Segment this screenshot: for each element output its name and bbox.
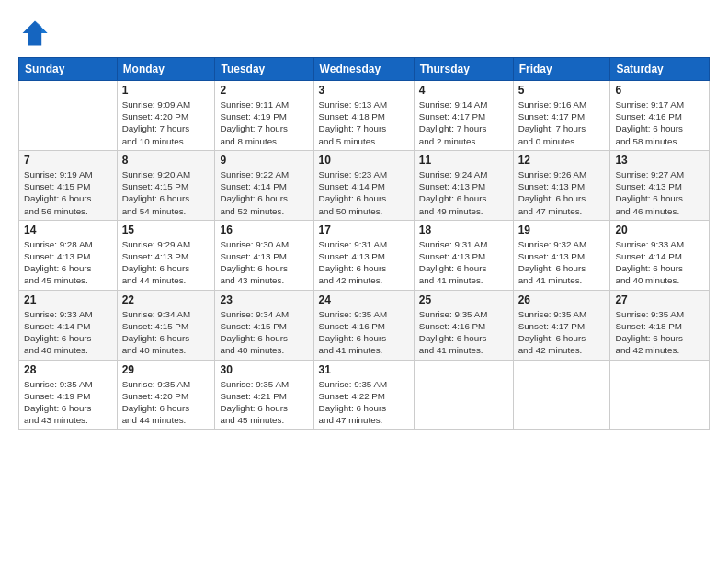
- calendar-cell: 14Sunrise: 9:28 AM Sunset: 4:13 PM Dayli…: [19, 220, 118, 290]
- calendar-cell: 12Sunrise: 9:26 AM Sunset: 4:13 PM Dayli…: [513, 150, 610, 220]
- day-info: Sunrise: 9:35 AM Sunset: 4:18 PM Dayligh…: [615, 308, 704, 357]
- week-row-5: 28Sunrise: 9:35 AM Sunset: 4:19 PM Dayli…: [19, 360, 710, 430]
- day-info: Sunrise: 9:23 AM Sunset: 4:14 PM Dayligh…: [319, 168, 409, 217]
- day-info: Sunrise: 9:31 AM Sunset: 4:13 PM Dayligh…: [419, 238, 508, 287]
- day-info: Sunrise: 9:30 AM Sunset: 4:13 PM Dayligh…: [220, 238, 308, 287]
- weekday-header-row: SundayMondayTuesdayWednesdayThursdayFrid…: [19, 58, 710, 81]
- day-number: 9: [220, 154, 308, 167]
- calendar-cell: 7Sunrise: 9:19 AM Sunset: 4:15 PM Daylig…: [19, 150, 118, 220]
- day-number: 2: [220, 84, 308, 97]
- day-info: Sunrise: 9:16 AM Sunset: 4:17 PM Dayligh…: [518, 98, 606, 147]
- week-row-3: 14Sunrise: 9:28 AM Sunset: 4:13 PM Dayli…: [19, 220, 710, 290]
- day-info: Sunrise: 9:26 AM Sunset: 4:13 PM Dayligh…: [518, 168, 606, 217]
- day-number: 1: [122, 84, 210, 97]
- calendar-cell: 4Sunrise: 9:14 AM Sunset: 4:17 PM Daylig…: [414, 81, 513, 151]
- day-number: 25: [419, 293, 508, 306]
- day-number: 21: [24, 293, 112, 306]
- day-info: Sunrise: 9:35 AM Sunset: 4:21 PM Dayligh…: [220, 378, 308, 427]
- day-info: Sunrise: 9:27 AM Sunset: 4:13 PM Dayligh…: [615, 168, 704, 217]
- calendar-cell: 22Sunrise: 9:34 AM Sunset: 4:15 PM Dayli…: [117, 290, 215, 360]
- generalblue-logo-icon: [18, 17, 51, 50]
- calendar-cell: 28Sunrise: 9:35 AM Sunset: 4:19 PM Dayli…: [19, 360, 118, 430]
- calendar-cell: 15Sunrise: 9:29 AM Sunset: 4:13 PM Dayli…: [117, 220, 215, 290]
- day-info: Sunrise: 9:32 AM Sunset: 4:13 PM Dayligh…: [518, 238, 606, 287]
- day-number: 29: [122, 363, 210, 376]
- day-info: Sunrise: 9:17 AM Sunset: 4:16 PM Dayligh…: [615, 98, 704, 147]
- day-info: Sunrise: 9:35 AM Sunset: 4:16 PM Dayligh…: [319, 308, 409, 357]
- week-row-4: 21Sunrise: 9:33 AM Sunset: 4:14 PM Dayli…: [19, 290, 710, 360]
- day-info: Sunrise: 9:20 AM Sunset: 4:15 PM Dayligh…: [122, 168, 210, 217]
- day-info: Sunrise: 9:09 AM Sunset: 4:20 PM Dayligh…: [122, 98, 210, 147]
- day-number: 23: [220, 293, 308, 306]
- day-number: 31: [319, 363, 409, 376]
- day-info: Sunrise: 9:28 AM Sunset: 4:13 PM Dayligh…: [24, 238, 112, 287]
- calendar-cell: 17Sunrise: 9:31 AM Sunset: 4:13 PM Dayli…: [313, 220, 414, 290]
- day-number: 16: [220, 224, 308, 236]
- weekday-header-tuesday: Tuesday: [215, 58, 313, 81]
- weekday-header-monday: Monday: [117, 58, 215, 81]
- calendar-cell: 16Sunrise: 9:30 AM Sunset: 4:13 PM Dayli…: [215, 220, 313, 290]
- calendar-cell: 29Sunrise: 9:35 AM Sunset: 4:20 PM Dayli…: [117, 360, 215, 430]
- calendar-cell: [414, 360, 513, 430]
- calendar-cell: 27Sunrise: 9:35 AM Sunset: 4:18 PM Dayli…: [610, 290, 710, 360]
- calendar-cell: 5Sunrise: 9:16 AM Sunset: 4:17 PM Daylig…: [513, 81, 610, 151]
- calendar-table: SundayMondayTuesdayWednesdayThursdayFrid…: [18, 57, 710, 430]
- calendar-cell: 1Sunrise: 9:09 AM Sunset: 4:20 PM Daylig…: [117, 81, 215, 151]
- day-info: Sunrise: 9:14 AM Sunset: 4:17 PM Dayligh…: [419, 98, 508, 147]
- day-info: Sunrise: 9:35 AM Sunset: 4:19 PM Dayligh…: [24, 378, 112, 427]
- calendar-cell: 6Sunrise: 9:17 AM Sunset: 4:16 PM Daylig…: [610, 81, 710, 151]
- day-number: 24: [319, 293, 409, 306]
- day-info: Sunrise: 9:34 AM Sunset: 4:15 PM Dayligh…: [122, 308, 210, 357]
- calendar-cell: 13Sunrise: 9:27 AM Sunset: 4:13 PM Dayli…: [610, 150, 710, 220]
- calendar-cell: 3Sunrise: 9:13 AM Sunset: 4:18 PM Daylig…: [313, 81, 414, 151]
- calendar-cell: 8Sunrise: 9:20 AM Sunset: 4:15 PM Daylig…: [117, 150, 215, 220]
- day-number: 30: [220, 363, 308, 376]
- calendar-cell: 21Sunrise: 9:33 AM Sunset: 4:14 PM Dayli…: [19, 290, 118, 360]
- day-number: 11: [419, 154, 508, 167]
- calendar-cell: 19Sunrise: 9:32 AM Sunset: 4:13 PM Dayli…: [513, 220, 610, 290]
- day-info: Sunrise: 9:35 AM Sunset: 4:20 PM Dayligh…: [122, 378, 210, 427]
- day-number: 26: [518, 293, 606, 306]
- week-row-2: 7Sunrise: 9:19 AM Sunset: 4:15 PM Daylig…: [19, 150, 710, 220]
- calendar-cell: 9Sunrise: 9:22 AM Sunset: 4:14 PM Daylig…: [215, 150, 313, 220]
- day-info: Sunrise: 9:33 AM Sunset: 4:14 PM Dayligh…: [24, 308, 112, 357]
- weekday-header-wednesday: Wednesday: [313, 58, 414, 81]
- day-number: 14: [24, 224, 112, 236]
- day-number: 10: [319, 154, 409, 167]
- day-info: Sunrise: 9:35 AM Sunset: 4:16 PM Dayligh…: [419, 308, 508, 357]
- day-number: 20: [615, 224, 704, 236]
- day-number: 5: [518, 84, 606, 97]
- calendar-cell: [610, 360, 710, 430]
- day-number: 18: [419, 224, 508, 236]
- calendar-cell: 11Sunrise: 9:24 AM Sunset: 4:13 PM Dayli…: [414, 150, 513, 220]
- calendar-cell: 31Sunrise: 9:35 AM Sunset: 4:22 PM Dayli…: [313, 360, 414, 430]
- weekday-header-thursday: Thursday: [414, 58, 513, 81]
- calendar-cell: 23Sunrise: 9:34 AM Sunset: 4:15 PM Dayli…: [215, 290, 313, 360]
- day-info: Sunrise: 9:31 AM Sunset: 4:13 PM Dayligh…: [319, 238, 409, 287]
- day-number: 22: [122, 293, 210, 306]
- calendar-cell: 26Sunrise: 9:35 AM Sunset: 4:17 PM Dayli…: [513, 290, 610, 360]
- day-number: 15: [122, 224, 210, 236]
- calendar-cell: 25Sunrise: 9:35 AM Sunset: 4:16 PM Dayli…: [414, 290, 513, 360]
- day-number: 8: [122, 154, 210, 167]
- day-info: Sunrise: 9:35 AM Sunset: 4:17 PM Dayligh…: [518, 308, 606, 357]
- day-info: Sunrise: 9:13 AM Sunset: 4:18 PM Dayligh…: [319, 98, 409, 147]
- day-number: 12: [518, 154, 606, 167]
- logo: [18, 17, 55, 50]
- day-info: Sunrise: 9:34 AM Sunset: 4:15 PM Dayligh…: [220, 308, 308, 357]
- day-info: Sunrise: 9:35 AM Sunset: 4:22 PM Dayligh…: [319, 378, 409, 427]
- day-number: 27: [615, 293, 704, 306]
- day-number: 19: [518, 224, 606, 236]
- day-number: 28: [24, 363, 112, 376]
- weekday-header-friday: Friday: [513, 58, 610, 81]
- page: SundayMondayTuesdayWednesdayThursdayFrid…: [0, 0, 728, 563]
- weekday-header-sunday: Sunday: [19, 58, 118, 81]
- day-info: Sunrise: 9:11 AM Sunset: 4:19 PM Dayligh…: [220, 98, 308, 147]
- day-number: 7: [24, 154, 112, 167]
- calendar-cell: [19, 81, 118, 151]
- calendar-cell: 20Sunrise: 9:33 AM Sunset: 4:14 PM Dayli…: [610, 220, 710, 290]
- header: [18, 17, 710, 50]
- day-info: Sunrise: 9:29 AM Sunset: 4:13 PM Dayligh…: [122, 238, 210, 287]
- week-row-1: 1Sunrise: 9:09 AM Sunset: 4:20 PM Daylig…: [19, 81, 710, 151]
- calendar-cell: 10Sunrise: 9:23 AM Sunset: 4:14 PM Dayli…: [313, 150, 414, 220]
